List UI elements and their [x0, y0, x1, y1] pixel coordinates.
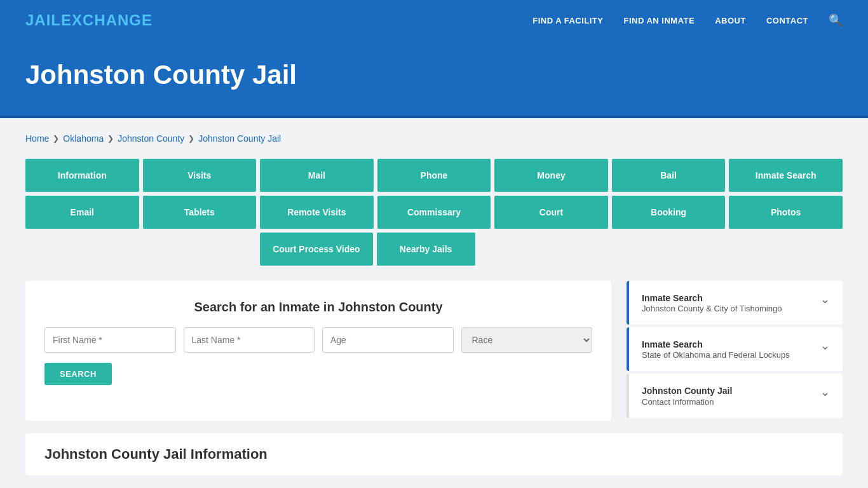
sidebar: Inmate Search Johnston County & City of …: [627, 281, 843, 421]
btn-email[interactable]: Email: [25, 196, 139, 229]
nav-about[interactable]: ABOUT: [715, 16, 746, 25]
breadcrumb-johnston-county[interactable]: Johnston County: [118, 133, 184, 144]
sep3: ❯: [188, 134, 194, 143]
btn-phone[interactable]: Phone: [377, 159, 491, 192]
chevron-down-icon-3: ⌄: [820, 385, 830, 399]
chevron-down-icon-2: ⌄: [820, 339, 830, 353]
sidebar-item-oklahoma[interactable]: Inmate Search State of Oklahoma and Fede…: [627, 327, 843, 371]
search-box: Search for an Inmate in Johnston County …: [25, 281, 611, 421]
last-name-input[interactable]: [184, 327, 315, 353]
page-title: Johnston County Jail: [25, 60, 843, 90]
race-select[interactable]: Race White Black Hispanic Asian Other: [461, 327, 593, 353]
sidebar-header-contact[interactable]: Johnston County Jail Contact Information…: [627, 374, 843, 417]
search-title: Search for an Inmate in Johnston County: [44, 300, 592, 315]
buttons-row2: Email Tablets Remote Visits Commissary C…: [25, 196, 843, 229]
search-fields: Race White Black Hispanic Asian Other: [44, 327, 592, 353]
content-wrapper: Home ❯ Oklahoma ❯ Johnston County ❯ John…: [0, 118, 868, 488]
search-button[interactable]: SEARCH: [44, 363, 112, 385]
sidebar-header-tishomingo[interactable]: Inmate Search Johnston County & City of …: [627, 281, 843, 325]
btn-court-process-video[interactable]: Court Process Video: [260, 233, 372, 266]
sidebar-title-oklahoma: Inmate Search: [642, 339, 790, 350]
btn-commissary[interactable]: Commissary: [377, 196, 491, 229]
btn-photos[interactable]: Photos: [729, 196, 843, 229]
sidebar-title-contact: Johnston County Jail: [642, 385, 732, 396]
btn-money[interactable]: Money: [494, 159, 608, 192]
logo-part2-highlight: EXCHANGE: [61, 11, 153, 29]
btn-visits[interactable]: Visits: [143, 159, 257, 192]
sidebar-title-tishomingo: Inmate Search: [642, 292, 782, 304]
nav-find-inmate[interactable]: FIND AN INMATE: [623, 16, 695, 25]
btn-information[interactable]: Information: [25, 159, 139, 192]
buttons-row3: Court Process Video Nearby Jails: [25, 233, 843, 266]
btn-nearby-jails[interactable]: Nearby Jails: [377, 233, 475, 266]
sidebar-item-contact[interactable]: Johnston County Jail Contact Information…: [627, 374, 843, 417]
breadcrumb-oklahoma[interactable]: Oklahoma: [63, 133, 104, 144]
bottom-section: Johnston County Jail Information: [25, 433, 843, 475]
btn-tablets[interactable]: Tablets: [143, 196, 257, 229]
search-icon[interactable]: 🔍: [829, 13, 843, 27]
logo-part1: JAIL: [25, 11, 61, 29]
sep1: ❯: [53, 134, 59, 143]
btn-inmate-search[interactable]: Inmate Search: [729, 159, 843, 192]
btn-booking[interactable]: Booking: [612, 196, 726, 229]
age-input[interactable]: [322, 327, 454, 353]
breadcrumb-jail[interactable]: Johnston County Jail: [198, 133, 281, 144]
nav-contact[interactable]: CONTACT: [766, 16, 808, 25]
sidebar-sub-oklahoma: State of Oklahoma and Federal Lockups: [642, 350, 790, 360]
btn-mail[interactable]: Mail: [260, 159, 374, 192]
sidebar-sub-tishomingo: Johnston County & City of Tishomingo: [642, 304, 782, 313]
nav: FIND A FACILITY FIND AN INMATE ABOUT CON…: [532, 13, 843, 27]
buttons-row1: Information Visits Mail Phone Money Bail…: [25, 159, 843, 192]
btn-bail[interactable]: Bail: [612, 159, 726, 192]
sidebar-sub-contact: Contact Information: [642, 397, 732, 407]
btn-remote-visits[interactable]: Remote Visits: [260, 196, 374, 229]
breadcrumb: Home ❯ Oklahoma ❯ Johnston County ❯ John…: [25, 133, 843, 144]
sep2: ❯: [107, 134, 114, 143]
first-name-input[interactable]: [44, 327, 176, 353]
main-layout: Search for an Inmate in Johnston County …: [25, 281, 843, 421]
sidebar-header-oklahoma[interactable]: Inmate Search State of Oklahoma and Fede…: [627, 327, 843, 371]
header: JAILEXCHANGE FIND A FACILITY FIND AN INM…: [0, 0, 868, 41]
nav-find-facility[interactable]: FIND A FACILITY: [532, 16, 603, 25]
btn-court[interactable]: Court: [494, 196, 608, 229]
hero-banner: Johnston County Jail: [0, 41, 868, 116]
sidebar-item-tishomingo[interactable]: Inmate Search Johnston County & City of …: [627, 281, 843, 325]
chevron-down-icon: ⌄: [820, 292, 830, 306]
logo[interactable]: JAILEXCHANGE: [25, 11, 153, 29]
bottom-title: Johnston County Jail Information: [44, 446, 824, 463]
breadcrumb-home[interactable]: Home: [25, 133, 49, 144]
